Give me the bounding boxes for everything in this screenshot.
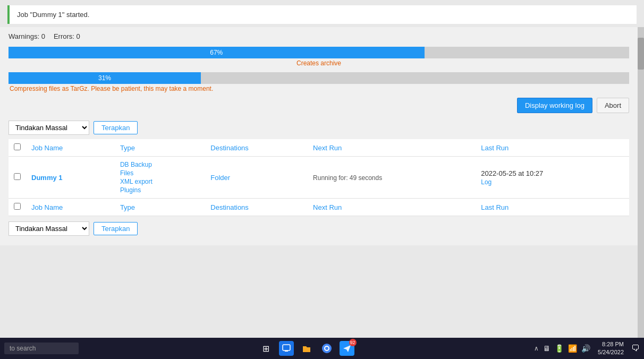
notification-bar: Job "Dummy 1" started.: [7, 5, 637, 24]
log-link[interactable]: Log: [481, 178, 624, 186]
display-working-log-button[interactable]: Display working log: [517, 98, 592, 113]
footer-last-run: Last Run: [476, 199, 629, 216]
header-checkbox-col: [9, 139, 26, 157]
progress-bar-1: 67%: [9, 47, 629, 58]
taskbar: ⊞ 92 ∧ 🖥 🔋: [0, 338, 644, 359]
warnings-row: Warnings: 0 Errors: 0: [9, 32, 629, 40]
sys-tray-icons: ∧ 🖥 🔋 📶 🔊: [534, 344, 590, 353]
table-footer-row: Job Name Type Destinations Next Run Last…: [9, 199, 629, 216]
bulk-action-select-bottom[interactable]: Tindakan Massal: [9, 221, 89, 236]
header-last-run: Last Run: [476, 139, 629, 157]
progress-bar-2-fill: 31%: [9, 72, 201, 84]
tray-monitor-icon[interactable]: 🖥: [543, 344, 550, 353]
taskbar-icons: ⊞ 92: [259, 341, 354, 356]
row-next-run: Running for: 49 seconds: [308, 157, 476, 199]
job-name-link[interactable]: Dummy 1: [31, 174, 63, 182]
progress-bar-1-section: 67% Creates archive: [9, 47, 629, 67]
taskbar-left: [4, 343, 79, 354]
scrollbar-thumb[interactable]: [638, 38, 644, 70]
tray-sound-icon[interactable]: 🔊: [581, 344, 590, 353]
tray-wifi-icon[interactable]: 📶: [568, 344, 577, 353]
tray-network-icon[interactable]: 🔋: [555, 344, 564, 353]
buttons-row: Display working log Abort: [9, 98, 629, 113]
destination-folder[interactable]: Folder: [210, 174, 230, 182]
apply-button-top[interactable]: Terapkan: [94, 121, 138, 134]
last-run-date: 2022-05-25 at 10:27: [481, 169, 624, 177]
errors-label: Errors: 0: [54, 32, 80, 40]
notification-message: Job "Dummy 1" started.: [17, 11, 89, 19]
table-header-row: Job Name Type Destinations Next Run Last…: [9, 139, 629, 157]
content-area: Warnings: 0 Errors: 0 67% Creates archiv…: [0, 27, 638, 338]
footer-destinations: Destinations: [205, 199, 308, 216]
type-plugins[interactable]: Plugins: [120, 186, 200, 194]
row-checkbox-col: [9, 157, 26, 199]
zoom-icon[interactable]: [279, 341, 294, 356]
scrollbar[interactable]: [638, 27, 644, 338]
svg-point-4: [325, 347, 328, 350]
footer-checkbox-col: [9, 199, 26, 216]
svg-rect-1: [285, 351, 288, 352]
row-type: DB Backup Files XML export Plugins: [115, 157, 205, 199]
file-manager-icon[interactable]: [299, 341, 314, 356]
svg-rect-0: [283, 345, 290, 351]
footer-next-run: Next Run: [308, 199, 476, 216]
tray-arrow-icon[interactable]: ∧: [534, 345, 539, 352]
browser-icon[interactable]: [319, 341, 334, 356]
type-xml-export[interactable]: XML export: [120, 178, 200, 185]
progress-bar-2-description: Compressing files as TarGz. Please be pa…: [9, 85, 629, 92]
last-run-cell: 2022-05-25 at 10:27 Log: [481, 169, 624, 186]
table-section: Tindakan Massal Terapkan Job Name Type D…: [9, 121, 629, 236]
main-content: Warnings: 0 Errors: 0 67% Creates archiv…: [0, 27, 638, 245]
job-type-cell: DB Backup Files XML export Plugins: [120, 161, 200, 194]
row-checkbox[interactable]: [14, 173, 21, 180]
table-row: Dummy 1 DB Backup Files XML export Plugi…: [9, 157, 629, 199]
footer-job-name: Job Name: [26, 199, 115, 216]
telegram-badge: 92: [349, 339, 357, 346]
header-destinations: Destinations: [205, 139, 308, 157]
jobs-table: Job Name Type Destinations Next Run Last…: [9, 139, 629, 216]
header-next-run: Next Run: [308, 139, 476, 157]
taskbar-clock: 8:28 PM 5/24/2022: [598, 340, 624, 357]
progress-bar-2-section: 31% Compressing files as TarGz. Please b…: [9, 72, 629, 92]
task-view-icon[interactable]: ⊞: [259, 341, 274, 356]
row-destinations: Folder: [205, 157, 308, 199]
progress-bar-1-fill: 67%: [9, 47, 425, 58]
footer-select-all-checkbox[interactable]: [14, 203, 21, 210]
bulk-action-select-top[interactable]: Tindakan Massal: [9, 121, 89, 135]
running-text: Running for: 49 seconds: [313, 174, 382, 182]
taskbar-search-input[interactable]: [4, 343, 79, 354]
taskbar-date: 5/24/2022: [598, 348, 624, 356]
abort-button[interactable]: Abort: [597, 98, 629, 113]
progress-bar-1-description: Creates archive: [9, 59, 629, 67]
progress-bar-2: 31%: [9, 72, 629, 84]
bulk-action-row-bottom: Tindakan Massal Terapkan: [9, 221, 629, 236]
header-job-name: Job Name: [26, 139, 115, 157]
type-db-backup[interactable]: DB Backup: [120, 161, 200, 168]
row-job-name: Dummy 1: [26, 157, 115, 199]
bulk-action-row-top: Tindakan Massal Terapkan: [9, 121, 629, 135]
apply-button-bottom[interactable]: Terapkan: [94, 222, 138, 235]
telegram-icon[interactable]: 92: [340, 341, 354, 356]
taskbar-time: 8:28 PM: [598, 340, 624, 348]
taskbar-right: ∧ 🖥 🔋 📶 🔊 8:28 PM 5/24/2022 🗨: [534, 340, 640, 357]
footer-type: Type: [115, 199, 205, 216]
type-files[interactable]: Files: [120, 169, 200, 177]
header-type: Type: [115, 139, 205, 157]
select-all-checkbox[interactable]: [14, 143, 21, 150]
row-last-run: 2022-05-25 at 10:27 Log: [476, 157, 629, 199]
warnings-label: Warnings: 0: [9, 32, 45, 40]
notification-center-icon[interactable]: 🗨: [631, 344, 640, 353]
